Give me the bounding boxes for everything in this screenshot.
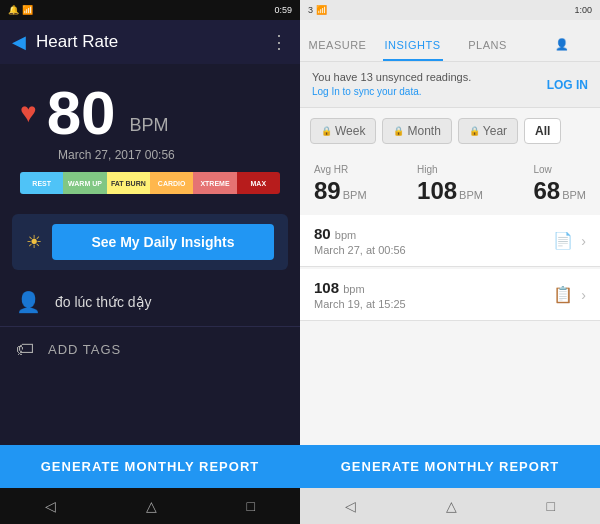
reading-right-1: 📋 ›	[553, 285, 586, 304]
back-button[interactable]: ◀	[12, 31, 26, 53]
readings-list: 80 bpm March 27, at 00:56 📄 › 108 bpm Ma…	[300, 215, 600, 445]
reading-item-0[interactable]: 80 bpm March 27, at 00:56 📄 ›	[300, 215, 600, 267]
zone-warmup: WARM UP	[63, 172, 106, 194]
nav-right-square-icon[interactable]: □	[547, 498, 555, 514]
tags-section[interactable]: 🏷 ADD TAGS	[0, 327, 300, 372]
stat-high-label: High	[417, 164, 438, 175]
tab-plans[interactable]: PLANS	[450, 39, 525, 61]
reading-bpm-1: 108 bpm	[314, 279, 406, 296]
lock-week-icon: 🔒	[321, 126, 332, 136]
login-button[interactable]: LOG IN	[547, 78, 588, 92]
reading-date-1: March 19, at 15:25	[314, 298, 406, 310]
reading-date-0: March 27, at 00:56	[314, 244, 406, 256]
status-left-time: 0:59	[274, 5, 292, 15]
status-left-icons: 🔔 📶	[8, 5, 33, 15]
generate-report-button-right[interactable]: GENERATE MONTHLY REPORT	[300, 445, 600, 488]
tab-profile[interactable]: 👤	[525, 38, 600, 61]
status-bar-right: 3 📶 1:00	[300, 0, 600, 20]
status-right-time: 1:00	[574, 5, 592, 15]
lock-month-icon: 🔒	[393, 126, 404, 136]
stat-high-value: 108 BPM	[417, 177, 483, 205]
filter-all[interactable]: All	[524, 118, 561, 144]
filter-all-label: All	[535, 124, 550, 138]
activity-section: 👤 đo lúc thức dậy	[0, 278, 300, 327]
bpm-value: 80	[47, 82, 116, 144]
filter-week-label: Week	[335, 124, 365, 138]
stat-avg: Avg HR 89 BPM	[314, 164, 367, 205]
zone-xtreme: XTREME	[193, 172, 236, 194]
filter-year[interactable]: 🔒 Year	[458, 118, 518, 144]
spacer	[0, 372, 300, 445]
sun-icon: ☀	[26, 231, 42, 253]
doc-icon-0: 📄	[553, 231, 573, 250]
zone-rest: REST	[20, 172, 63, 194]
tab-measure[interactable]: MEASURE	[300, 39, 375, 61]
bpm-unit: BPM	[130, 115, 169, 136]
top-bar-left: ◀ Heart Rate ⋮	[0, 20, 300, 64]
tags-label: ADD TAGS	[48, 342, 121, 357]
bpm-section: ♥ 80 BPM March 27, 2017 00:56 REST WARM …	[0, 64, 300, 206]
stat-avg-value: 89 BPM	[314, 177, 367, 205]
reading-bpm-0: 80 bpm	[314, 225, 406, 242]
more-button[interactable]: ⋮	[270, 31, 288, 53]
generate-report-button-left[interactable]: GENERATE MONTHLY REPORT	[0, 445, 300, 488]
right-panel: 3 📶 1:00 MEASURE INSIGHTS PLANS 👤 You ha…	[300, 0, 600, 524]
reading-right-0: 📄 ›	[553, 231, 586, 250]
zone-cardio: CARDIO	[150, 172, 193, 194]
stat-high: High 108 BPM	[417, 164, 483, 205]
stat-low-value: 68 BPM	[533, 177, 586, 205]
nav-right-home-icon[interactable]: △	[446, 498, 457, 514]
bpm-date: March 27, 2017 00:56	[58, 148, 175, 162]
filter-bar: 🔒 Week 🔒 Month 🔒 Year All	[300, 108, 600, 154]
chevron-right-icon-1: ›	[581, 287, 586, 303]
filter-week[interactable]: 🔒 Week	[310, 118, 376, 144]
nav-home-icon[interactable]: △	[146, 498, 157, 514]
activity-label: đo lúc thức dậy	[55, 294, 152, 310]
stat-high-unit: BPM	[459, 189, 483, 201]
status-right-signal: 3 📶	[308, 5, 327, 15]
stat-avg-label: Avg HR	[314, 164, 348, 175]
reading-item-1[interactable]: 108 bpm March 19, at 15:25 📋 ›	[300, 269, 600, 321]
hr-zones: REST WARM UP FAT BURN CARDIO XTREME MAX	[20, 172, 280, 194]
sync-message: You have 13 unsynced readings.	[312, 70, 471, 85]
header-left-group: ◀ Heart Rate	[12, 31, 118, 53]
sync-sub: Log In to sync your data.	[312, 85, 471, 99]
sync-text: You have 13 unsynced readings. Log In to…	[312, 70, 471, 99]
tag-icon: 🏷	[16, 339, 34, 360]
lock-year-icon: 🔒	[469, 126, 480, 136]
status-bar-left: 🔔 📶 0:59	[0, 0, 300, 20]
stat-avg-unit: BPM	[343, 189, 367, 201]
filter-month-label: Month	[407, 124, 440, 138]
tabs-bar: MEASURE INSIGHTS PLANS 👤	[300, 20, 600, 62]
reading-left-1: 108 bpm March 19, at 15:25	[314, 279, 406, 310]
filter-month[interactable]: 🔒 Month	[382, 118, 451, 144]
zone-fatburn: FAT BURN	[107, 172, 150, 194]
filter-year-label: Year	[483, 124, 507, 138]
page-title: Heart Rate	[36, 32, 118, 52]
nav-back-icon[interactable]: ◁	[45, 498, 56, 514]
doc-icon-empty-1: 📋	[553, 285, 573, 304]
stat-low-label: Low	[533, 164, 551, 175]
reading-left-0: 80 bpm March 27, at 00:56	[314, 225, 406, 256]
heart-bpm-row: ♥ 80 BPM	[20, 82, 169, 144]
daily-insights-button[interactable]: See My Daily Insights	[52, 224, 274, 260]
tab-insights[interactable]: INSIGHTS	[375, 39, 450, 61]
stat-low-unit: BPM	[562, 189, 586, 201]
nav-bar-right: ◁ △ □	[300, 488, 600, 524]
heart-icon: ♥	[20, 97, 37, 129]
stats-row: Avg HR 89 BPM High 108 BPM Low 68 BPM	[300, 154, 600, 215]
nav-bar-left: ◁ △ □	[0, 488, 300, 524]
person-icon: 👤	[16, 290, 41, 314]
chevron-right-icon-0: ›	[581, 233, 586, 249]
nav-square-icon[interactable]: □	[247, 498, 255, 514]
sync-banner: You have 13 unsynced readings. Log In to…	[300, 62, 600, 108]
stat-low: Low 68 BPM	[533, 164, 586, 205]
left-panel: 🔔 📶 0:59 ◀ Heart Rate ⋮ ♥ 80 BPM March 2…	[0, 0, 300, 524]
zone-max: MAX	[237, 172, 280, 194]
nav-right-back-icon[interactable]: ◁	[345, 498, 356, 514]
insights-section: ☀ See My Daily Insights	[12, 214, 288, 270]
